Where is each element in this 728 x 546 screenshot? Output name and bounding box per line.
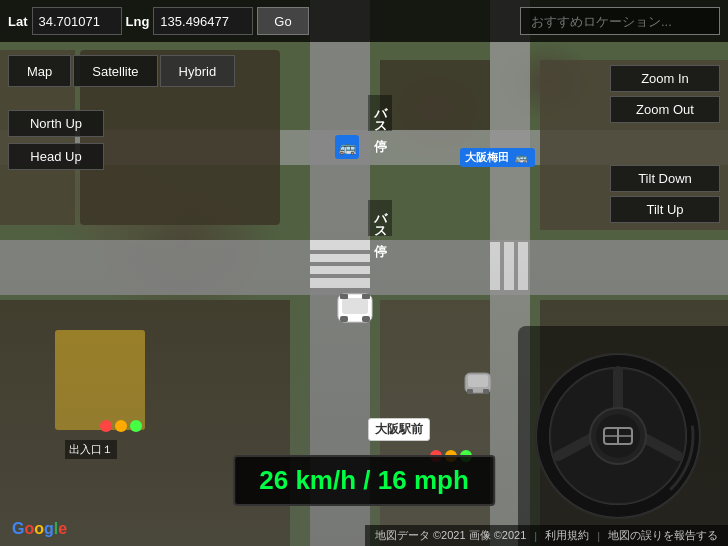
lat-label: Lat <box>8 14 28 29</box>
tl-red <box>100 420 112 432</box>
copyright-text: 地図データ ©2021 画像 ©2021 <box>375 528 526 543</box>
osaka-umeda-station: 大阪梅田 🚌 <box>460 148 535 167</box>
lng-input[interactable] <box>153 7 253 35</box>
map-type-map[interactable]: Map <box>8 55 71 87</box>
zoom-out-button[interactable]: Zoom Out <box>610 96 720 123</box>
station-name-ekimae: 大阪駅前 <box>375 422 423 436</box>
svg-rect-8 <box>467 389 473 394</box>
orientation-buttons: North Up Head Up <box>8 110 104 170</box>
map-type-bar: Map Satellite Hybrid <box>0 55 235 87</box>
speed-display: 26 km/h / 16 mph <box>233 455 495 506</box>
station-name-umeda: 大阪梅田 <box>465 150 509 165</box>
recommend-input[interactable] <box>520 7 720 35</box>
north-up-button[interactable]: North Up <box>8 110 104 137</box>
tilt-controls: Tilt Down Tilt Up <box>610 165 720 223</box>
report-link[interactable]: 地図の誤りを報告する <box>608 528 718 543</box>
exit-label: 出入口１ <box>65 440 117 459</box>
tl-yellow <box>115 420 127 432</box>
speed-text: 26 km/h / 16 mph <box>259 465 469 496</box>
svg-rect-3 <box>362 316 370 322</box>
map-type-hybrid[interactable]: Hybrid <box>160 55 236 87</box>
traffic-light-1 <box>100 420 142 432</box>
top-bar: Lat Lng Go <box>0 0 728 42</box>
map-type-satellite[interactable]: Satellite <box>73 55 157 87</box>
svg-rect-9 <box>483 389 489 394</box>
svg-rect-4 <box>340 294 348 299</box>
tilt-up-button[interactable]: Tilt Up <box>610 196 720 223</box>
head-up-button[interactable]: Head Up <box>8 143 104 170</box>
lng-label: Lng <box>126 14 150 29</box>
tl-green <box>130 420 142 432</box>
go-button[interactable]: Go <box>257 7 308 35</box>
bus-icon-1: 🚌 <box>335 135 359 159</box>
osaka-ekimae-station: 大阪駅前 <box>368 418 430 441</box>
steering-wheel <box>528 346 708 526</box>
lat-input[interactable] <box>32 7 122 35</box>
car-icon <box>330 290 380 326</box>
svg-rect-5 <box>362 294 370 299</box>
car-icon-2 <box>460 370 496 400</box>
tilt-down-button[interactable]: Tilt Down <box>610 165 720 192</box>
google-logo: Google <box>12 520 67 538</box>
bottom-bar: 地図データ ©2021 画像 ©2021 | 利用規約 | 地図の誤りを報告する <box>365 525 728 546</box>
zoom-in-button[interactable]: Zoom In <box>610 65 720 92</box>
svg-rect-1 <box>342 298 368 314</box>
svg-rect-2 <box>340 316 348 322</box>
svg-rect-7 <box>468 375 488 387</box>
terms-link[interactable]: 利用規約 <box>545 528 589 543</box>
zoom-controls: Zoom In Zoom Out <box>610 65 720 123</box>
